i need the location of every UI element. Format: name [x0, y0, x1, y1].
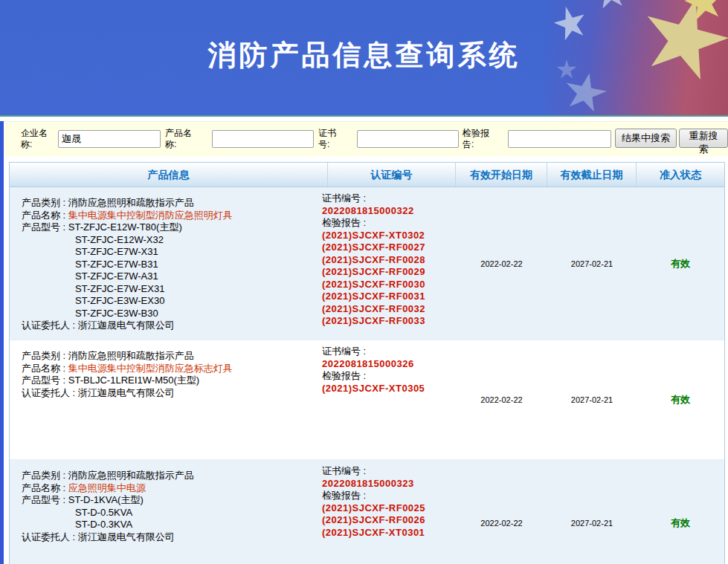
- certificate-number-label: 证书编号 :: [322, 192, 425, 205]
- cert-client-value: 浙江迦晟电气有限公司: [78, 320, 175, 331]
- page-title: 消防产品信息查询系统: [0, 36, 728, 74]
- product-model: ST-ZFJC-E12W-X32: [75, 234, 233, 247]
- column-header-valid-start-date: 有效开始日期: [456, 163, 547, 187]
- cert-client-line: 认证委托人 : 浙江迦晟电气有限公司: [22, 320, 233, 332]
- valid-end-date: 2027-02-21: [547, 340, 637, 459]
- product-name-line: 产品名称 : 集中电源集中控制型消防应急标志灯具: [22, 363, 233, 375]
- product-name-input[interactable]: [212, 130, 314, 148]
- cert-client-line: 认证委托人 : 浙江迦晟电气有限公司: [22, 531, 194, 544]
- status-badge: 有效: [637, 340, 724, 459]
- status-badge: 有效: [637, 187, 724, 340]
- valid-start-date: 2022-02-22: [456, 187, 547, 340]
- product-model: ST-ZFJC-E7W-B31: [75, 259, 233, 271]
- inspection-report-number: (2021)SJCXF-RF0030: [322, 279, 425, 291]
- product-category-value: 消防应急照明和疏散指示产品: [68, 197, 194, 208]
- column-header-access-status: 准入状态: [637, 163, 724, 187]
- cert-client-label: 认证委托人: [22, 387, 70, 398]
- product-category-label: 产品类别: [22, 197, 60, 208]
- product-name-label: 产品名称: [22, 210, 60, 221]
- product-model: ST-ZFJC-E3W-B30: [75, 308, 233, 320]
- inspection-report-number: (2021)SJCXF-RF0025: [322, 502, 425, 515]
- product-model-list: ST-D-0.5KVAST-D-0.3KVA: [22, 507, 194, 531]
- cert-client-line: 认证委托人 : 浙江迦晟电气有限公司: [22, 387, 233, 400]
- page: 消防产品信息查询系统 企业名称: 产品名称: 证书号: 检验报告: 结果中搜索 …: [0, 0, 728, 564]
- certificate-no-input[interactable]: [357, 130, 459, 148]
- inspection-report-number: (2021)SJCXF-RF0029: [322, 266, 425, 279]
- cert-client-label: 认证委托人: [22, 320, 70, 331]
- product-category-label: 产品类别: [22, 470, 60, 481]
- product-model-label: 产品型号: [22, 375, 60, 386]
- column-header-valid-end-date: 有效截止日期: [547, 163, 637, 187]
- product-model-line: 产品型号 : ST-D-1KVA(主型): [22, 494, 194, 507]
- certification-cell: 证书编号 : 2022081815000323 检验报告 : (2021)SJC…: [322, 465, 425, 539]
- inspection-report-number: (2021)SJCXF-XT0302: [322, 230, 425, 242]
- column-header-cert-number: 认证编号: [328, 163, 456, 187]
- inspection-report-list: (2021)SJCXF-RF0025(2021)SJCXF-RF0026(202…: [322, 502, 425, 539]
- product-model: ST-D-1KVA(主型): [68, 494, 144, 505]
- product-name-value: 应急照明集中电源: [68, 482, 146, 493]
- column-header-product-info: 产品信息: [10, 163, 328, 187]
- product-model-label: 产品型号: [22, 221, 60, 233]
- inspection-report-input[interactable]: [508, 130, 611, 148]
- inspection-report-list: (2021)SJCXF-XT0302(2021)SJCXF-RF0027(202…: [322, 230, 425, 328]
- certificate-no-label: 证书号:: [318, 128, 341, 150]
- left-accent-border: [0, 121, 4, 564]
- inspection-report-number: (2021)SJCXF-RF0027: [322, 242, 425, 254]
- product-model-label: 产品型号: [22, 494, 60, 505]
- inspection-report-list-label: 检验报告 :: [322, 370, 425, 383]
- valid-start-date: 2022-02-22: [456, 340, 547, 459]
- status-badge: 有效: [637, 460, 724, 564]
- inspection-report-label: 检验报告:: [463, 128, 495, 150]
- inspection-report-number: (2021)SJCXF-RF0032: [322, 303, 425, 316]
- flag-small-star-icon: [591, 0, 630, 13]
- table-body: 产品类别 : 消防应急照明和疏散指示产品 产品名称 : 集中电源集中控制型消防应…: [10, 187, 724, 564]
- product-info-cell: 产品类别 : 消防应急照明和疏散指示产品 产品名称 : 集中电源集中控制型消防应…: [22, 350, 233, 399]
- company-name-input[interactable]: [58, 130, 161, 148]
- flag-small-star-icon: [560, 69, 611, 117]
- header-banner: 消防产品信息查询系统: [0, 0, 728, 117]
- product-model: ST-BLJC-1LREⅠ1W-M50(主型): [68, 375, 199, 386]
- product-model-list: ST-ZFJC-E12W-X32ST-ZFJC-E7W-X31ST-ZFJC-E…: [22, 234, 233, 320]
- product-model: ST-ZFJC-E3W-EX30: [75, 295, 233, 308]
- product-model-line: 产品型号 : ST-BLJC-1LREⅠ1W-M50(主型): [22, 375, 233, 387]
- product-info-cell: 产品类别 : 消防应急照明和疏散指示产品 产品名称 : 应急照明集中电源 产品型…: [22, 470, 194, 543]
- product-model: ST-ZFJC-E12W-T80(主型): [68, 221, 182, 233]
- certification-cell: 证书编号 : 2022081815000326 检验报告 : (2021)SJC…: [322, 346, 425, 395]
- product-category-line: 产品类别 : 消防应急照明和疏散指示产品: [22, 470, 194, 482]
- certificate-number-value: 2022081815000323: [322, 478, 425, 490]
- inspection-report-number: (2021)SJCXF-RF0031: [322, 291, 425, 303]
- product-model-line: 产品型号 : ST-ZFJC-E12W-T80(主型): [22, 221, 233, 234]
- inspection-report-list-label: 检验报告 :: [322, 490, 425, 502]
- product-name-value: 集中电源集中控制型消防应急照明灯具: [68, 210, 233, 221]
- product-name-label: 产品名称: [22, 363, 60, 374]
- product-category-line: 产品类别 : 消防应急照明和疏散指示产品: [22, 197, 233, 210]
- table-row: 产品类别 : 消防应急照明和疏散指示产品 产品名称 : 应急照明集中电源 产品型…: [10, 459, 724, 564]
- certification-cell: 证书编号 : 2022081815000322 检验报告 : (2021)SJC…: [322, 192, 425, 328]
- product-model: ST-D-0.3KVA: [75, 519, 194, 531]
- product-info-cell: 产品类别 : 消防应急照明和疏散指示产品 产品名称 : 集中电源集中控制型消防应…: [22, 197, 233, 332]
- inspection-report-list: (2021)SJCXF-XT0305: [322, 383, 425, 395]
- product-model: ST-D-0.5KVA: [75, 507, 194, 519]
- inspection-report-list-label: 检验报告 :: [322, 217, 425, 230]
- table-row: 产品类别 : 消防应急照明和疏散指示产品 产品名称 : 集中电源集中控制型消防应…: [10, 340, 724, 459]
- inspection-report-number: (2021)SJCXF-XT0305: [322, 383, 425, 395]
- product-category-value: 消防应急照明和疏散指示产品: [68, 470, 194, 481]
- product-model: ST-ZFJC-E7W-A31: [75, 270, 233, 283]
- certificate-number-value: 2022081815000326: [322, 358, 425, 371]
- company-name-label: 企业名称:: [21, 128, 54, 150]
- product-name-label: 产品名称: [22, 482, 60, 493]
- inspection-report-number: (2021)SJCXF-RF0026: [322, 514, 425, 527]
- product-name-label: 产品名称:: [165, 128, 198, 150]
- cert-client-value: 浙江迦晟电气有限公司: [78, 531, 175, 542]
- product-model: ST-ZFJC-E7W-EX31: [75, 283, 233, 296]
- inspection-report-number: (2021)SJCXF-RF0028: [322, 254, 425, 267]
- inspection-report-number: (2021)SJCXF-XT0301: [322, 527, 425, 539]
- product-name-value: 集中电源集中控制型消防应急标志灯具: [68, 363, 233, 374]
- table-header-row: 产品信息 认证编号 有效开始日期 有效截止日期 准入状态: [10, 163, 724, 187]
- new-search-button[interactable]: 重新搜索: [679, 129, 728, 148]
- certificate-number-label: 证书编号 :: [322, 465, 425, 478]
- search-in-results-button[interactable]: 结果中搜索: [615, 129, 677, 148]
- valid-end-date: 2027-02-21: [547, 460, 637, 564]
- product-name-line: 产品名称 : 应急照明集中电源: [22, 482, 194, 495]
- product-category-label: 产品类别: [22, 350, 60, 361]
